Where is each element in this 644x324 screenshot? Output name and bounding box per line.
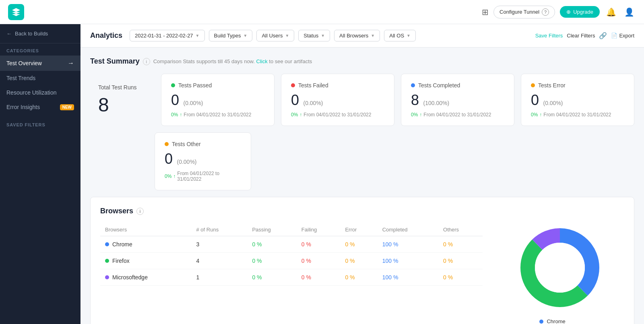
browser-passing-2: 0 % <box>247 269 296 286</box>
chevron-down-icon: ▼ <box>285 33 289 38</box>
sidebar-item-test-overview[interactable]: Test Overview → <box>0 56 80 71</box>
new-badge: NEW <box>60 104 74 110</box>
browser-error-0: 0 % <box>340 236 377 253</box>
col-failing: Failing <box>297 223 341 236</box>
logo[interactable] <box>8 4 24 20</box>
app-container: ⊞ Configure Tunnel ? ⊕ Upgrade 🔔 👤 ← Bac… <box>0 0 644 324</box>
browsers-table: Browsers # of Runs Passing Failing Error… <box>100 223 483 286</box>
sidebar-item-test-trends-label: Test Trends <box>6 75 35 81</box>
failed-dot <box>291 83 295 87</box>
click-link[interactable]: Click <box>256 58 268 64</box>
sidebar-item-test-overview-label: Test Overview <box>6 60 42 66</box>
all-users-dropdown[interactable]: All Users ▼ <box>256 30 294 41</box>
sidebar-item-resource-utilization[interactable]: Resource Utilization <box>0 85 80 100</box>
date-range-dropdown[interactable]: 2022-01-31 - 2022-02-27 ▼ <box>130 30 204 41</box>
sidebar-item-resource-utilization-label: Resource Utilization <box>6 89 57 96</box>
chrome-legend-label: Chrome <box>547 318 565 324</box>
col-others: Others <box>438 223 483 236</box>
legend-chrome: Chrome <box>539 318 580 324</box>
table-row: Firefox 4 0 % 0 % 0 % 100 % 0 % <box>100 253 483 269</box>
other-label: Tests Other <box>172 141 201 147</box>
other-pct: (0.00%) <box>177 159 196 165</box>
passed-label: Tests Passed <box>178 82 212 89</box>
browser-completed-0: 100 % <box>378 236 438 253</box>
error-value: 0 <box>531 92 539 108</box>
chevron-down-icon: ▼ <box>371 33 375 38</box>
main-area: ← Back to Builds CATEGORIES Test Overvie… <box>0 24 644 324</box>
browser-dot-0 <box>105 242 109 246</box>
total-runs-box: Total Test Runs 8 <box>90 74 155 126</box>
browser-completed-2: 100 % <box>378 269 438 286</box>
stat-cards: Tests Passed 0 (0.00%) 0% ↑ From 04/01/2… <box>161 74 634 126</box>
summary-grid: Total Test Runs 8 Tests Passed 0 (0.00%) <box>90 74 634 126</box>
error-dot <box>531 83 535 87</box>
col-completed: Completed <box>378 223 438 236</box>
test-summary-title: Test Summary <box>90 57 140 66</box>
browser-dot-1 <box>105 259 109 263</box>
stat-card-passed: Tests Passed 0 (0.00%) 0% ↑ From 04/01/2… <box>161 74 275 126</box>
stat-card-failed: Tests Failed 0 (0.00%) 0% ↑ From 04/01/2… <box>281 74 394 126</box>
browser-completed-1: 100 % <box>378 253 438 269</box>
browser-error-2: 0 % <box>340 269 377 286</box>
build-types-dropdown[interactable]: Build Types ▼ <box>209 30 253 41</box>
configure-tunnel-label: Configure Tunnel <box>500 9 539 15</box>
browser-passing-0: 0 % <box>247 236 296 253</box>
stat-card-other: Tests Other 0 (0.00%) 0% ↑ From 04/01/20… <box>155 132 251 190</box>
export-button[interactable]: 📄 Export <box>611 33 634 39</box>
browser-others-2: 0 % <box>438 269 483 286</box>
other-change: 0% ↑ From 04/01/2022 to 31/01/2022 <box>165 171 241 182</box>
page-title: Analytics <box>90 31 122 40</box>
test-summary-header: Test Summary i Comparison Stats supports… <box>90 57 634 66</box>
browser-name-cell-2: Microsoftedge <box>100 269 192 286</box>
browsers-section: Browsers i Browsers # of Runs Passing <box>90 197 634 324</box>
all-os-dropdown[interactable]: All OS ▼ <box>384 30 416 41</box>
completed-label: Tests Completed <box>418 82 460 89</box>
build-types-value: Build Types <box>214 33 241 39</box>
configure-tunnel-button[interactable]: Configure Tunnel ? <box>493 6 555 19</box>
back-to-builds-button[interactable]: ← Back to Builds <box>0 24 80 43</box>
test-summary-info-icon[interactable]: i <box>143 58 150 65</box>
col-runs: # of Runs <box>192 223 248 236</box>
user-avatar-button[interactable]: 👤 <box>623 6 636 19</box>
back-label: Back to Builds <box>15 31 48 37</box>
donut-svg <box>516 223 604 312</box>
col-browsers: Browsers <box>100 223 192 236</box>
save-filters-button[interactable]: Save Filters <box>535 33 563 39</box>
upgrade-button[interactable]: ⊕ Upgrade <box>560 6 600 18</box>
all-browsers-value: All Browsers <box>339 33 368 39</box>
sidebar-item-error-insights[interactable]: Error Insights NEW <box>0 100 80 114</box>
stat-card-error: Tests Error 0 (0.00%) 0% ↑ From 04/01/20… <box>521 74 634 126</box>
browser-runs-0: 3 <box>192 236 248 253</box>
upgrade-label: Upgrade <box>573 9 593 15</box>
status-dropdown[interactable]: Status ▼ <box>298 30 330 41</box>
content-inner: Test Summary i Comparison Stats supports… <box>80 47 644 324</box>
clear-filters-button[interactable]: Clear Filters <box>567 33 595 39</box>
link-icon[interactable]: 🔗 <box>599 32 607 39</box>
notifications-button[interactable]: 🔔 <box>605 6 618 19</box>
browser-failing-2: 0 % <box>297 269 341 286</box>
help-badge[interactable]: ? <box>542 8 549 16</box>
passed-pct: (0.00%) <box>183 100 203 106</box>
completed-pct: (100.00%) <box>423 100 449 106</box>
other-dot <box>165 142 169 146</box>
table-header-row: Browsers # of Runs Passing Failing Error… <box>100 223 483 236</box>
stat-card-error-header: Tests Error <box>531 82 624 89</box>
browser-others-1: 0 % <box>438 253 483 269</box>
sidebar-item-test-trends[interactable]: Test Trends <box>0 71 80 85</box>
all-users-value: All Users <box>262 33 283 39</box>
browsers-info-icon[interactable]: i <box>136 208 144 215</box>
browser-name-cell-1: Firefox <box>100 253 192 269</box>
grid-icon[interactable]: ⊞ <box>482 7 489 17</box>
passed-change: 0% ↑ From 04/01/2022 to 31/01/2022 <box>171 112 264 118</box>
all-browsers-dropdown[interactable]: All Browsers ▼ <box>334 30 380 41</box>
sidebar-item-arrow-icon: → <box>68 60 74 67</box>
browser-failing-1: 0 % <box>297 253 341 269</box>
donut-hole <box>535 243 585 293</box>
stat-card-passed-header: Tests Passed <box>171 82 264 89</box>
date-range-value: 2022-01-31 - 2022-02-27 <box>135 33 193 39</box>
browser-runs-1: 4 <box>192 253 248 269</box>
browser-name-2: Microsoftedge <box>112 274 148 281</box>
completed-value: 8 <box>411 92 419 108</box>
chart-legend: Chrome Firefox MicrosoftEdge <box>539 318 580 324</box>
browsers-chart-wrap: Chrome Firefox MicrosoftEdge <box>495 223 624 324</box>
